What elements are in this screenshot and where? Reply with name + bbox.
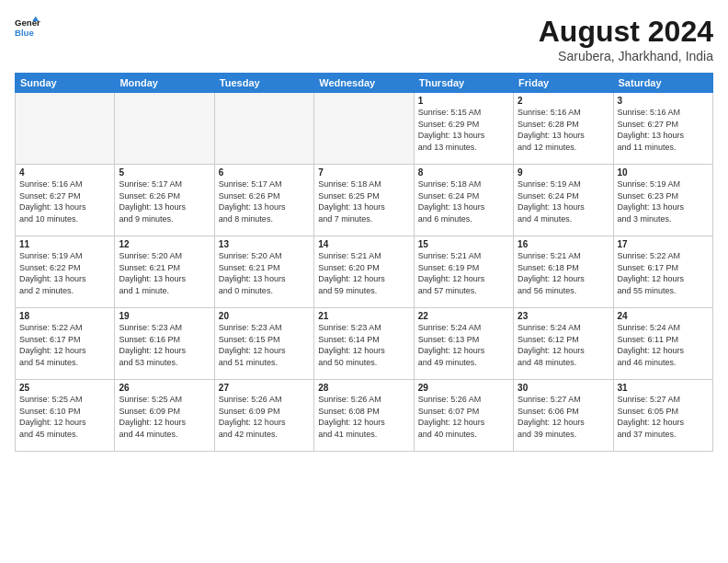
calendar-cell: 29Sunrise: 5:26 AM Sunset: 6:07 PM Dayli… bbox=[414, 380, 513, 452]
subtitle: Sarubera, Jharkhand, India bbox=[539, 49, 713, 63]
calendar-cell bbox=[314, 93, 414, 165]
day-info: Sunrise: 5:16 AM Sunset: 6:27 PM Dayligh… bbox=[19, 178, 110, 224]
day-number: 31 bbox=[618, 383, 709, 393]
week-row-2: 4Sunrise: 5:16 AM Sunset: 6:27 PM Daylig… bbox=[16, 165, 713, 236]
column-header-friday: Friday bbox=[514, 74, 613, 93]
day-number: 12 bbox=[119, 239, 210, 249]
day-info: Sunrise: 5:21 AM Sunset: 6:18 PM Dayligh… bbox=[518, 250, 609, 296]
calendar-cell: 21Sunrise: 5:23 AM Sunset: 6:14 PM Dayli… bbox=[314, 308, 414, 380]
week-row-1: 1Sunrise: 5:15 AM Sunset: 6:29 PM Daylig… bbox=[16, 93, 713, 165]
day-info: Sunrise: 5:21 AM Sunset: 6:20 PM Dayligh… bbox=[318, 250, 409, 296]
column-header-sunday: Sunday bbox=[16, 74, 115, 93]
main-title: August 2024 bbox=[539, 15, 713, 49]
calendar-cell: 19Sunrise: 5:23 AM Sunset: 6:16 PM Dayli… bbox=[115, 308, 214, 380]
day-info: Sunrise: 5:23 AM Sunset: 6:16 PM Dayligh… bbox=[119, 322, 210, 368]
day-number: 16 bbox=[518, 239, 609, 249]
calendar-cell: 17Sunrise: 5:22 AM Sunset: 6:17 PM Dayli… bbox=[613, 236, 712, 308]
day-info: Sunrise: 5:15 AM Sunset: 6:29 PM Dayligh… bbox=[418, 107, 509, 153]
column-header-monday: Monday bbox=[115, 74, 214, 93]
calendar-cell: 25Sunrise: 5:25 AM Sunset: 6:10 PM Dayli… bbox=[16, 380, 115, 452]
day-number: 28 bbox=[318, 383, 409, 393]
column-header-saturday: Saturday bbox=[613, 74, 712, 93]
day-info: Sunrise: 5:27 AM Sunset: 6:06 PM Dayligh… bbox=[518, 394, 609, 440]
day-info: Sunrise: 5:20 AM Sunset: 6:21 PM Dayligh… bbox=[219, 250, 310, 296]
calendar-cell: 23Sunrise: 5:24 AM Sunset: 6:12 PM Dayli… bbox=[514, 308, 613, 380]
day-info: Sunrise: 5:18 AM Sunset: 6:24 PM Dayligh… bbox=[418, 178, 509, 224]
day-number: 5 bbox=[119, 167, 210, 178]
day-info: Sunrise: 5:16 AM Sunset: 6:27 PM Dayligh… bbox=[618, 107, 709, 153]
column-header-wednesday: Wednesday bbox=[314, 74, 414, 93]
calendar-cell: 24Sunrise: 5:24 AM Sunset: 6:11 PM Dayli… bbox=[613, 308, 712, 380]
day-info: Sunrise: 5:24 AM Sunset: 6:11 PM Dayligh… bbox=[618, 322, 709, 368]
day-number: 14 bbox=[318, 239, 409, 249]
day-number: 11 bbox=[19, 239, 110, 249]
calendar-cell: 18Sunrise: 5:22 AM Sunset: 6:17 PM Dayli… bbox=[16, 308, 115, 380]
calendar-cell: 8Sunrise: 5:18 AM Sunset: 6:24 PM Daylig… bbox=[414, 165, 513, 236]
day-number: 26 bbox=[119, 383, 210, 393]
calendar-cell: 26Sunrise: 5:25 AM Sunset: 6:09 PM Dayli… bbox=[115, 380, 214, 452]
calendar-cell: 11Sunrise: 5:19 AM Sunset: 6:22 PM Dayli… bbox=[16, 236, 115, 308]
calendar-cell bbox=[214, 93, 313, 165]
day-info: Sunrise: 5:26 AM Sunset: 6:09 PM Dayligh… bbox=[219, 394, 310, 440]
calendar-cell: 6Sunrise: 5:17 AM Sunset: 6:26 PM Daylig… bbox=[214, 165, 313, 236]
day-number: 17 bbox=[618, 239, 709, 249]
calendar-cell: 4Sunrise: 5:16 AM Sunset: 6:27 PM Daylig… bbox=[16, 165, 115, 236]
calendar-cell: 30Sunrise: 5:27 AM Sunset: 6:06 PM Dayli… bbox=[514, 380, 613, 452]
calendar-table: SundayMondayTuesdayWednesdayThursdayFrid… bbox=[15, 73, 713, 452]
day-number: 29 bbox=[418, 383, 509, 393]
calendar-cell: 16Sunrise: 5:21 AM Sunset: 6:18 PM Dayli… bbox=[514, 236, 613, 308]
day-info: Sunrise: 5:19 AM Sunset: 6:24 PM Dayligh… bbox=[518, 178, 609, 224]
page-header: General Blue August 2024 Sarubera, Jhark… bbox=[15, 15, 713, 63]
calendar-cell: 14Sunrise: 5:21 AM Sunset: 6:20 PM Dayli… bbox=[314, 236, 414, 308]
day-number: 24 bbox=[618, 311, 709, 321]
column-header-tuesday: Tuesday bbox=[214, 74, 313, 93]
day-info: Sunrise: 5:26 AM Sunset: 6:07 PM Dayligh… bbox=[418, 394, 509, 440]
day-info: Sunrise: 5:18 AM Sunset: 6:25 PM Dayligh… bbox=[318, 178, 409, 224]
week-row-3: 11Sunrise: 5:19 AM Sunset: 6:22 PM Dayli… bbox=[16, 236, 713, 308]
day-info: Sunrise: 5:19 AM Sunset: 6:23 PM Dayligh… bbox=[618, 178, 709, 224]
day-number: 13 bbox=[219, 239, 310, 249]
day-info: Sunrise: 5:24 AM Sunset: 6:12 PM Dayligh… bbox=[518, 322, 609, 368]
day-number: 15 bbox=[418, 239, 509, 249]
calendar-cell: 22Sunrise: 5:24 AM Sunset: 6:13 PM Dayli… bbox=[414, 308, 513, 380]
day-number: 4 bbox=[19, 167, 110, 178]
day-number: 8 bbox=[418, 167, 509, 178]
day-info: Sunrise: 5:26 AM Sunset: 6:08 PM Dayligh… bbox=[318, 394, 409, 440]
day-info: Sunrise: 5:22 AM Sunset: 6:17 PM Dayligh… bbox=[19, 322, 110, 368]
day-info: Sunrise: 5:25 AM Sunset: 6:10 PM Dayligh… bbox=[19, 394, 110, 440]
calendar-cell bbox=[115, 93, 214, 165]
day-info: Sunrise: 5:22 AM Sunset: 6:17 PM Dayligh… bbox=[618, 250, 709, 296]
day-number: 30 bbox=[518, 383, 609, 393]
calendar-cell: 3Sunrise: 5:16 AM Sunset: 6:27 PM Daylig… bbox=[613, 93, 712, 165]
day-number: 21 bbox=[318, 311, 409, 321]
calendar-cell: 13Sunrise: 5:20 AM Sunset: 6:21 PM Dayli… bbox=[214, 236, 313, 308]
day-number: 6 bbox=[219, 167, 310, 178]
calendar-cell: 28Sunrise: 5:26 AM Sunset: 6:08 PM Dayli… bbox=[314, 380, 414, 452]
calendar-cell: 10Sunrise: 5:19 AM Sunset: 6:23 PM Dayli… bbox=[613, 165, 712, 236]
calendar-cell: 15Sunrise: 5:21 AM Sunset: 6:19 PM Dayli… bbox=[414, 236, 513, 308]
calendar-cell: 7Sunrise: 5:18 AM Sunset: 6:25 PM Daylig… bbox=[314, 165, 414, 236]
day-number: 25 bbox=[19, 383, 110, 393]
day-number: 20 bbox=[219, 311, 310, 321]
day-info: Sunrise: 5:25 AM Sunset: 6:09 PM Dayligh… bbox=[119, 394, 210, 440]
calendar-cell: 27Sunrise: 5:26 AM Sunset: 6:09 PM Dayli… bbox=[214, 380, 313, 452]
day-number: 27 bbox=[219, 383, 310, 393]
week-row-4: 18Sunrise: 5:22 AM Sunset: 6:17 PM Dayli… bbox=[16, 308, 713, 380]
day-number: 23 bbox=[518, 311, 609, 321]
day-info: Sunrise: 5:23 AM Sunset: 6:15 PM Dayligh… bbox=[219, 322, 310, 368]
day-info: Sunrise: 5:27 AM Sunset: 6:05 PM Dayligh… bbox=[618, 394, 709, 440]
day-number: 10 bbox=[618, 167, 709, 178]
day-number: 7 bbox=[318, 167, 409, 178]
day-number: 9 bbox=[518, 167, 609, 178]
logo-icon: General Blue bbox=[15, 15, 40, 40]
calendar-cell: 1Sunrise: 5:15 AM Sunset: 6:29 PM Daylig… bbox=[414, 93, 513, 165]
svg-text:Blue: Blue bbox=[15, 28, 34, 38]
day-info: Sunrise: 5:21 AM Sunset: 6:19 PM Dayligh… bbox=[418, 250, 509, 296]
title-block: August 2024 Sarubera, Jharkhand, India bbox=[539, 15, 713, 63]
day-number: 18 bbox=[19, 311, 110, 321]
day-number: 1 bbox=[418, 96, 509, 106]
day-number: 2 bbox=[518, 96, 609, 106]
day-info: Sunrise: 5:23 AM Sunset: 6:14 PM Dayligh… bbox=[318, 322, 409, 368]
calendar-header-row: SundayMondayTuesdayWednesdayThursdayFrid… bbox=[16, 74, 713, 93]
day-info: Sunrise: 5:19 AM Sunset: 6:22 PM Dayligh… bbox=[19, 250, 110, 296]
